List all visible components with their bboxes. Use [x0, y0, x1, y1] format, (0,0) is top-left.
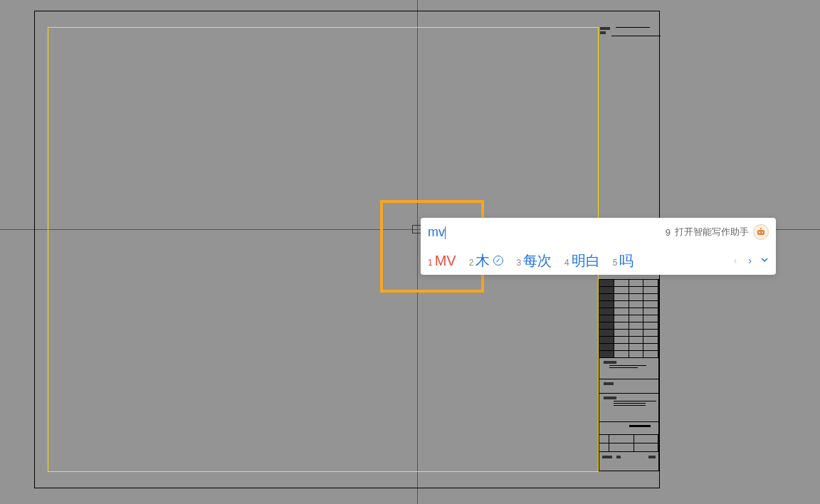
svg-point-1	[759, 232, 760, 233]
ime-input-row: mv 9 打开智能写作助手	[421, 218, 776, 246]
svg-rect-0	[757, 230, 764, 235]
candidate-number: 1	[428, 258, 433, 268]
candidate-text: 吗	[619, 251, 634, 271]
ime-prev-page-icon[interactable]: ‹	[731, 253, 740, 268]
ime-candidate-3[interactable]: 3 每次	[516, 251, 552, 271]
assistant-bot-icon	[753, 224, 769, 240]
candidate-number: 4	[564, 258, 569, 268]
cloud-check-icon: ✓	[493, 256, 503, 266]
candidate-number: 3	[516, 258, 521, 268]
candidate-text: MV	[435, 253, 456, 269]
ime-candidate-5[interactable]: 5 吗	[613, 251, 634, 271]
svg-point-2	[762, 232, 763, 233]
candidate-text: 木	[475, 251, 490, 271]
candidate-number: 2	[469, 258, 474, 268]
ime-assistant-label: 打开智能写作助手	[675, 226, 749, 238]
ime-candidate-1[interactable]: 1 MV	[428, 253, 456, 269]
ime-next-page-icon[interactable]: ›	[745, 253, 755, 268]
ime-assistant-shortcut: 9	[666, 227, 671, 238]
ime-nav: ‹ ›	[731, 253, 769, 268]
candidate-text: 每次	[523, 251, 552, 271]
candidate-number: 5	[613, 258, 618, 268]
ime-candidate-2[interactable]: 2 木 ✓	[469, 251, 504, 271]
titleblock-bottom	[599, 279, 659, 471]
ime-candidates-row: 1 MV 2 木 ✓ 3 每次 4 明白 5 吗 ‹ ›	[421, 246, 776, 275]
candidate-text: 明白	[572, 251, 600, 271]
ime-popup: mv 9 打开智能写作助手 1 MV 2 木 ✓ 3 每次 4 明白 5 吗	[421, 218, 776, 275]
ime-expand-icon[interactable]	[760, 256, 769, 266]
ime-assistant-button[interactable]: 9 打开智能写作助手	[666, 224, 769, 240]
svg-point-4	[760, 228, 762, 229]
ime-candidate-4[interactable]: 4 明白	[564, 251, 600, 271]
ime-input-text: mv	[428, 225, 445, 240]
titleblock-top	[600, 27, 661, 38]
